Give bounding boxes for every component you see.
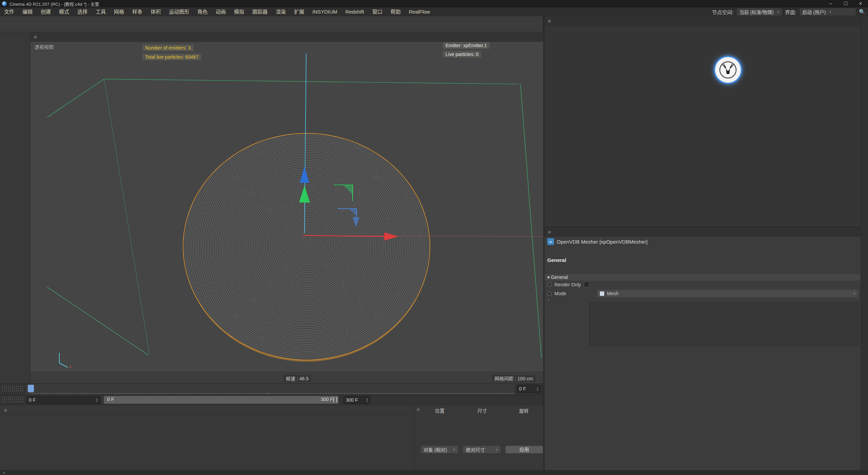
sources-expand-arrow[interactable]: ›	[548, 298, 549, 303]
axis-x-label: x	[69, 364, 72, 369]
menu-16[interactable]: INSYDIUM	[308, 7, 341, 16]
watermark-logo	[715, 57, 741, 83]
menu-6[interactable]: 网格	[110, 7, 128, 16]
anim-dot[interactable]	[547, 291, 552, 296]
menu-12[interactable]: 模拟	[230, 7, 248, 16]
render-only-label: Render Only	[554, 282, 581, 287]
anim-dot[interactable]	[547, 282, 552, 287]
object-manager: ≡	[544, 16, 861, 227]
current-frame-field[interactable]: 0 F▲▼	[26, 396, 100, 404]
openvdb-mesher-icon: ∞	[547, 238, 554, 245]
node-space-label: 节点空间:	[712, 8, 733, 16]
menu-19[interactable]: 帮助	[387, 7, 405, 16]
menu-18[interactable]: 窗口	[368, 7, 387, 16]
timeline-ruler[interactable]	[26, 384, 515, 394]
apply-button[interactable]: 应用	[506, 446, 543, 453]
attribute-menu-bar: ≡	[545, 227, 861, 236]
hamburger-icon[interactable]: ≡	[545, 229, 554, 235]
grid-spacing-readout: 网格间距 : 100 cm	[492, 375, 536, 382]
timeline-range-slider[interactable]: 0 F 300 F	[104, 396, 338, 404]
cinema4d-window: Cinema 4D R21.207 (RC) - [教程.c4d *] - 主要…	[0, 0, 868, 475]
hamburger-icon[interactable]: ≡	[0, 407, 11, 413]
mesh-mode-icon	[600, 291, 604, 296]
attribute-object-title: ∞ OpenVDB Mesher [xpOpenVDBMesher]	[547, 238, 648, 245]
window-controls: ─☐✕	[823, 0, 868, 7]
menu-0[interactable]: 文件	[0, 7, 18, 16]
menu-20[interactable]: RealFlow	[405, 7, 434, 16]
timeline-playhead[interactable]	[28, 385, 34, 392]
close-button[interactable]: ✕	[853, 0, 868, 7]
interface-label: 界面:	[785, 8, 796, 16]
viewport-status-bar: 帧速 : 46.5 网格间距 : 100 cm	[31, 372, 543, 383]
size-header: 尺寸	[477, 407, 487, 414]
hamburger-icon[interactable]: ≡	[417, 407, 419, 412]
viewport-label: 透视视图	[35, 43, 54, 50]
general-group-bar[interactable]: ▾ General	[545, 274, 861, 281]
coords-size-mode-select[interactable]: 绝对尺寸˅	[463, 446, 500, 453]
menu-8[interactable]: 体积	[146, 7, 165, 16]
menu-17[interactable]: Redshift	[341, 7, 368, 16]
section-title: General	[547, 257, 566, 263]
viewport-menu-bar: ≡	[31, 32, 543, 42]
window-title: Cinema 4D R21.207 (RC) - [教程.c4d *] - 主要	[9, 1, 99, 7]
mode-label: Mode	[554, 291, 594, 296]
fps-readout: 帧速 : 46.5	[283, 375, 311, 382]
menu-2[interactable]: 创建	[37, 7, 55, 16]
menu-3[interactable]: 模式	[55, 7, 73, 16]
node-space-select[interactable]: 当前 (标准/物理)˅	[736, 8, 783, 16]
right-tab-strip	[861, 16, 868, 470]
range-slider-handle[interactable]	[333, 397, 337, 402]
end-frame-field[interactable]: 300 F▲▼	[343, 396, 371, 404]
live-particles-overlay: Live particles: 0	[443, 51, 481, 58]
coords-mode-select[interactable]: 对象 (相对)˅	[421, 446, 458, 453]
emitters-count-overlay: Number of emitters: 3	[142, 44, 194, 51]
transport-row: 0 F▲▼ 0 F 300 F 300 F▲▼	[0, 395, 542, 405]
viewport-axis-indicator	[59, 353, 68, 367]
menu-11[interactable]: 动画	[212, 7, 230, 16]
chevron-down-icon: ˅	[853, 291, 855, 296]
main-toolbar	[0, 16, 542, 32]
app-icon	[2, 1, 7, 6]
menu-7[interactable]: 样条	[128, 7, 146, 16]
mode-row: Mode Mesh ˅	[547, 290, 858, 297]
object-manager-menu-bar: ≡	[545, 16, 861, 26]
left-tool-palette	[0, 32, 31, 383]
menu-13[interactable]: 跟踪器	[248, 7, 272, 16]
menu-14[interactable]: 渲染	[272, 7, 290, 16]
menu-9[interactable]: 运动图形	[165, 7, 193, 16]
chevron-down-icon: ˅	[777, 10, 779, 14]
emitter-name-overlay: Emitter: xpEmitter.1	[443, 42, 490, 49]
menu-5[interactable]: 工具	[92, 7, 110, 16]
attribute-manager: ≡ ∞ OpenVDB Mesher [xpOpenVDBMesher] Gen…	[544, 227, 861, 470]
material-manager: ≡	[0, 405, 414, 470]
menu-10[interactable]: 角色	[193, 7, 212, 16]
object-tree	[545, 26, 861, 226]
material-menu-bar: ≡	[0, 405, 414, 415]
status-bar: ≡	[0, 470, 868, 475]
menu-1[interactable]: 编辑	[18, 7, 37, 16]
transport-drag-handle[interactable]	[1, 397, 24, 403]
menu-15[interactable]: 扩展	[290, 7, 308, 16]
render-only-checkbox[interactable]	[584, 282, 590, 287]
minimize-button[interactable]: ─	[823, 0, 838, 7]
coordinates-panel: ≡ 位置 尺寸 旋转 对象 (相对)˅ 绝对尺寸˅ 应用	[414, 405, 543, 470]
ruler-end-frame-field[interactable]: 0 F▲▼	[517, 385, 541, 393]
title-bar: Cinema 4D R21.207 (RC) - [教程.c4d *] - 主要…	[0, 0, 868, 7]
viewport[interactable]: ≡ 透视视图 Number of emitters: 3 Total live …	[31, 32, 543, 383]
main-menus: 文件编辑创建模式选择工具网格样条体积运动图形角色动画模拟跟踪器渲染扩展INSYD…	[0, 7, 434, 16]
total-particles-overlay: Total live particles: 60467	[142, 54, 201, 60]
maximize-button[interactable]: ☐	[838, 0, 853, 7]
main-menu-bar: 文件编辑创建模式选择工具网格样条体积运动图形角色动画模拟跟踪器渲染扩展INSYD…	[0, 7, 868, 17]
mode-select[interactable]: Mesh ˅	[597, 290, 858, 297]
sources-list	[589, 302, 859, 346]
chevron-down-icon: ˅	[829, 10, 831, 14]
interface-select[interactable]: 启动 (用户)˅	[799, 8, 856, 16]
search-icon[interactable]: 🔍	[859, 9, 865, 15]
particle-disc-mesh	[183, 133, 430, 360]
menu-4[interactable]: 选择	[73, 7, 92, 16]
rotation-header: 旋转	[519, 407, 529, 414]
timeline-ruler-row: 0 F▲▼	[0, 383, 542, 395]
timeline-drag-handle[interactable]	[1, 386, 24, 393]
hamburger-icon[interactable]: ≡	[31, 34, 40, 40]
hamburger-icon[interactable]: ≡	[545, 18, 554, 24]
